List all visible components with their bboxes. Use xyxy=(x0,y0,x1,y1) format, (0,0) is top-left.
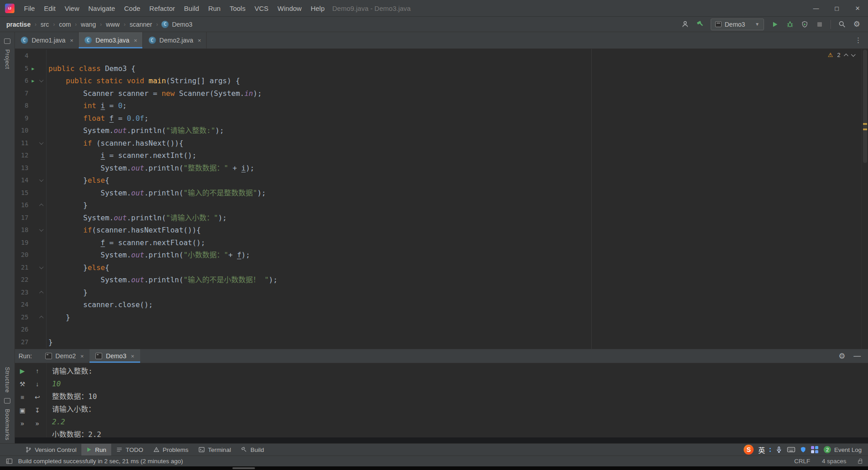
tool-window-switcher-icon[interactable] xyxy=(6,458,13,465)
code-line[interactable]: 25 } xyxy=(15,311,861,324)
code-line[interactable]: 14 }else{ xyxy=(15,174,861,187)
fold-down-icon[interactable] xyxy=(39,265,43,269)
code-line[interactable]: 8 int i = 0; xyxy=(15,100,861,112)
tab-options-icon[interactable]: ⋮ xyxy=(855,32,868,48)
shield-icon[interactable] xyxy=(800,446,807,453)
keyboard-icon[interactable] xyxy=(787,446,795,453)
close-tab-icon[interactable]: × xyxy=(80,353,84,360)
menu-tools[interactable]: Tools xyxy=(225,2,250,14)
tab-demo3-java[interactable]: CDemo3.java× xyxy=(79,32,142,48)
fold-down-icon[interactable] xyxy=(39,140,43,145)
stop-icon[interactable]: ■ xyxy=(19,394,27,400)
menu-build[interactable]: Build xyxy=(179,2,203,14)
console-output[interactable]: 请输入整数:10整数数据：10请输入小数：2.2小数数据：2.2 xyxy=(47,363,868,437)
code-line[interactable]: 19 f = scanner.nextFloat(); xyxy=(15,237,861,249)
close-tab-icon[interactable]: × xyxy=(131,353,134,360)
menu-file[interactable]: File xyxy=(19,2,39,14)
build-hammer-icon[interactable] xyxy=(696,20,704,28)
close-tab-icon[interactable]: × xyxy=(70,37,74,44)
project-tool-icon[interactable] xyxy=(4,38,10,44)
menu-refactor[interactable]: Refactor xyxy=(145,2,179,14)
menu-navigate[interactable]: Navigate xyxy=(84,2,119,14)
sidebar-item-project[interactable]: Project xyxy=(4,49,11,69)
menu-run[interactable]: Run xyxy=(203,2,225,14)
run-line-icon[interactable]: ▶ xyxy=(28,75,38,87)
close-tab-icon[interactable]: × xyxy=(198,37,201,44)
breadcrumb-item-com[interactable]: com xyxy=(58,20,71,29)
breadcrumb-item-src[interactable]: src xyxy=(40,20,50,29)
tab-demo2-java[interactable]: CDemo2.java× xyxy=(143,32,207,48)
stop-button[interactable] xyxy=(816,20,824,28)
code-line[interactable]: 13 System.out.println("整数数据：" + i); xyxy=(15,162,861,175)
fold-slot[interactable] xyxy=(38,291,45,294)
previous-warning-icon[interactable] xyxy=(844,53,849,58)
minimize-icon[interactable]: ― xyxy=(806,0,826,16)
code-line[interactable]: 17 System.out.println("请输入小数："); xyxy=(15,212,861,224)
menu-code[interactable]: Code xyxy=(119,2,145,14)
run-tab-demo2[interactable]: Demo2× xyxy=(39,349,90,363)
code-editor[interactable]: 45▶public class Demo3 {6▶ public static … xyxy=(15,49,861,349)
scroll-to-end-icon[interactable]: ↧ xyxy=(33,407,42,413)
microphone-icon[interactable] xyxy=(775,446,783,453)
tool-window-button-version-control[interactable]: Version Control xyxy=(20,444,81,456)
code-line[interactable]: 16 } xyxy=(15,199,861,212)
menu-edit[interactable]: Edit xyxy=(39,2,60,14)
editor-scrollbar[interactable] xyxy=(861,49,868,349)
line-separator-indicator[interactable]: CRLF xyxy=(794,458,810,465)
tool-window-button-problems[interactable]: Problems xyxy=(148,444,193,456)
wrench-icon[interactable]: ⚒ xyxy=(19,381,27,387)
code-line[interactable]: 22 System.out.println("输入的不是小数数据！ "); xyxy=(15,274,861,286)
code-line[interactable]: 5▶public class Demo3 { xyxy=(15,62,861,75)
settings-gear-icon[interactable]: ⚙ xyxy=(853,20,861,28)
search-icon[interactable] xyxy=(838,20,846,28)
console-horizontal-scrollbar[interactable] xyxy=(15,437,868,443)
code-line[interactable]: 23 } xyxy=(15,286,861,299)
code-line[interactable]: 24 scanner.close(); xyxy=(15,299,861,311)
rerun-icon[interactable]: ▶ xyxy=(19,368,27,374)
debug-button[interactable] xyxy=(786,20,794,28)
fold-slot[interactable] xyxy=(38,316,45,319)
sogou-ime-icon[interactable]: S xyxy=(744,445,754,455)
readonly-lock-icon[interactable] xyxy=(858,461,862,464)
tool-window-button-run[interactable]: Run xyxy=(81,444,111,456)
menu-view[interactable]: View xyxy=(60,2,84,14)
sidebar-item-bookmarks[interactable]: Bookmarks xyxy=(4,409,11,441)
more-actions-icon[interactable]: » xyxy=(19,420,27,427)
close-tab-icon[interactable]: × xyxy=(134,37,137,44)
breadcrumb-item-practise[interactable]: practise xyxy=(6,20,31,29)
scroll-up-icon[interactable]: ↑ xyxy=(33,368,42,374)
fold-up-icon[interactable] xyxy=(39,291,43,295)
code-line[interactable]: 15 System.out.println("输入的不是整数数据"); xyxy=(15,187,861,199)
run-button[interactable] xyxy=(771,20,779,28)
fold-up-icon[interactable] xyxy=(39,204,43,208)
soft-wrap-icon[interactable]: ↩ xyxy=(33,394,42,400)
breadcrumb-item-www[interactable]: www xyxy=(105,20,120,29)
code-line[interactable]: 11 if (scanner.hasNext()){ xyxy=(15,137,861,150)
code-line[interactable]: 18 if(scanner.hasNextFloat()){ xyxy=(15,224,861,237)
tool-window-button-terminal[interactable]: Terminal xyxy=(193,444,236,456)
code-line[interactable]: 26 xyxy=(15,323,861,336)
fold-slot[interactable] xyxy=(38,79,45,82)
code-line[interactable]: 6▶ public static void main(String[] args… xyxy=(15,75,861,87)
warning-stripe-mark[interactable] xyxy=(863,123,867,125)
indent-indicator[interactable]: 4 spaces xyxy=(822,458,846,465)
more-actions-icon[interactable]: » xyxy=(33,420,42,427)
run-settings-gear-icon[interactable]: ⚙ xyxy=(839,352,845,360)
fold-down-icon[interactable] xyxy=(39,78,43,82)
menu-help[interactable]: Help xyxy=(306,2,329,14)
code-line[interactable]: 27} xyxy=(15,336,861,349)
snapshot-icon[interactable]: ▣ xyxy=(19,407,27,413)
code-line[interactable]: 12 i = scanner.nextInt(); xyxy=(15,149,861,162)
status-message[interactable]: Build completed successfully in 2 sec, 2… xyxy=(18,458,183,465)
favorites-icon[interactable] xyxy=(4,398,10,404)
fold-down-icon[interactable] xyxy=(39,227,43,232)
fold-slot[interactable] xyxy=(38,228,45,232)
fold-slot[interactable] xyxy=(38,266,45,269)
code-line[interactable]: 10 System.out.println("请输入整数:"); xyxy=(15,124,861,137)
code-line[interactable]: 20 System.out.println("小数数据："+ f); xyxy=(15,249,861,261)
run-configuration-select[interactable]: Demo3 ▼ xyxy=(711,19,764,30)
fold-down-icon[interactable] xyxy=(39,177,43,182)
breadcrumb-item-wang[interactable]: wang xyxy=(80,20,96,29)
sidebar-item-structure[interactable]: Structure xyxy=(4,367,11,393)
coverage-button[interactable] xyxy=(801,20,809,28)
